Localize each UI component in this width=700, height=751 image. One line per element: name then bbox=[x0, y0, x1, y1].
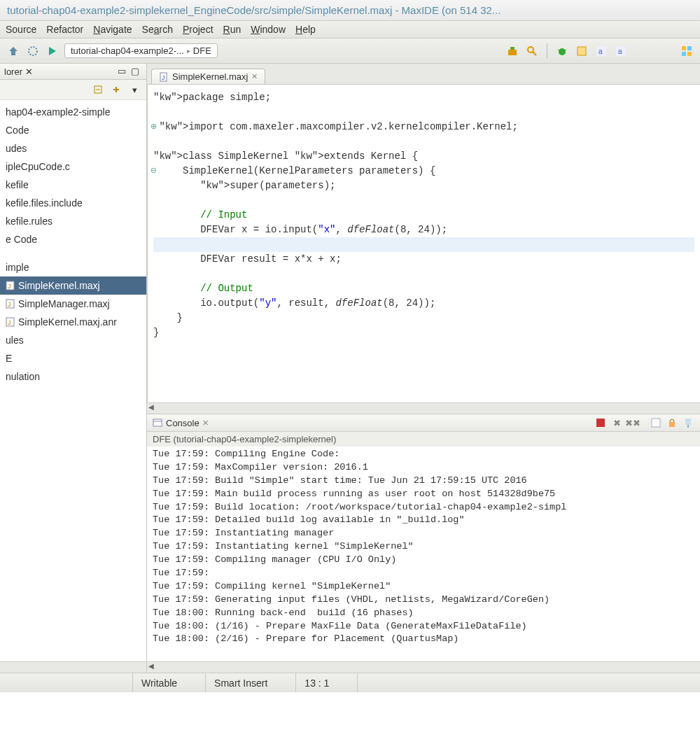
console-tab[interactable]: Console ✕ ✖ ✖✖ bbox=[147, 414, 700, 432]
chevron-icon: ▸ bbox=[187, 47, 190, 55]
tree-item[interactable]: hap04-example2-simple bbox=[0, 103, 146, 121]
run-icon[interactable] bbox=[45, 43, 60, 59]
svg-rect-32 bbox=[652, 419, 660, 427]
a-icon[interactable]: a bbox=[594, 43, 609, 59]
svg-rect-15 bbox=[682, 46, 686, 50]
breadcrumb[interactable]: tutorial-chap04-example2-... ▸ DFE bbox=[64, 43, 218, 58]
tree-item[interactable]: imple bbox=[0, 258, 146, 276]
menu-help[interactable]: Help bbox=[295, 24, 316, 35]
status-cursor-pos: 13 : 1 bbox=[296, 673, 358, 692]
tree-item[interactable]: udes bbox=[0, 139, 146, 157]
tree-item[interactable]: kefile.files.include bbox=[0, 194, 146, 212]
console-panel: Console ✕ ✖ ✖✖ DFE (tutorial-chap04-exam… bbox=[147, 414, 700, 673]
search-icon[interactable] bbox=[524, 43, 540, 59]
tree-item[interactable]: ules bbox=[0, 331, 146, 349]
code-editor[interactable]: "kw">package simple; ⊕"kw">import com.ma… bbox=[147, 85, 700, 402]
menu-project[interactable]: Project bbox=[183, 24, 214, 35]
svg-rect-10 bbox=[578, 47, 586, 55]
file-icon: J bbox=[159, 72, 169, 82]
file-tree[interactable]: hap04-example2-simpleCodeudesipleCpuCode… bbox=[0, 100, 146, 661]
svg-text:J: J bbox=[162, 74, 165, 81]
explorer-tab[interactable]: lorer ✕ ▭ ▢ bbox=[0, 64, 146, 80]
tree-item-selected[interactable]: JSimpleKernel.maxj bbox=[0, 276, 146, 295]
svg-point-7 bbox=[559, 48, 566, 55]
svg-rect-16 bbox=[687, 46, 692, 50]
editor-tab[interactable]: J SimpleKernel.maxj ✕ bbox=[151, 69, 265, 84]
menu-run[interactable]: Run bbox=[223, 24, 241, 35]
collapse-all-icon[interactable] bbox=[90, 82, 106, 97]
svg-rect-17 bbox=[682, 52, 686, 56]
svg-line-6 bbox=[533, 52, 536, 55]
launch-icon[interactable] bbox=[6, 43, 21, 59]
explorer-tab-label: lorer bbox=[4, 66, 22, 77]
editor-tabs: J SimpleKernel.maxj ✕ bbox=[147, 64, 700, 85]
toolbar: tutorial-chap04-example2-... ▸ DFE a a bbox=[0, 38, 700, 64]
scroll-lock-icon[interactable] bbox=[666, 416, 678, 429]
tree-item[interactable]: nulation bbox=[0, 367, 146, 386]
svg-point-1 bbox=[29, 47, 37, 55]
bug-icon[interactable] bbox=[554, 43, 570, 59]
breadcrumb-path1: tutorial-chap04-example2-... bbox=[71, 45, 184, 56]
remove-launch-icon[interactable]: ✖ bbox=[610, 416, 623, 429]
tree-item[interactable]: E bbox=[0, 349, 146, 367]
sidebar-scrollbar[interactable] bbox=[0, 661, 146, 673]
explorer-toolbar: ▾ bbox=[0, 80, 146, 100]
close-icon[interactable]: ✕ bbox=[251, 72, 258, 81]
tree-item[interactable]: ipleCpuCode.c bbox=[0, 157, 146, 176]
svg-point-5 bbox=[528, 47, 533, 52]
window-title: tutorial-chap04-example2-simplekernel_En… bbox=[0, 0, 700, 21]
b-icon[interactable]: a bbox=[613, 43, 629, 59]
svg-text:J: J bbox=[8, 319, 11, 326]
tree-item[interactable]: Code bbox=[0, 121, 146, 139]
menu-navigate[interactable]: Navigate bbox=[93, 24, 132, 35]
svg-text:J: J bbox=[8, 301, 11, 308]
svg-rect-3 bbox=[508, 50, 517, 55]
project-explorer: lorer ✕ ▭ ▢ ▾ hap04-example2-simpleCodeu… bbox=[0, 64, 147, 673]
tree-item[interactable]: JSimpleManager.maxj bbox=[0, 295, 146, 313]
svg-rect-33 bbox=[669, 422, 675, 427]
menu-window[interactable]: Window bbox=[251, 24, 286, 35]
editor-h-scrollbar[interactable] bbox=[147, 402, 700, 414]
tree-item[interactable]: kefile bbox=[0, 176, 146, 194]
main-area: lorer ✕ ▭ ▢ ▾ hap04-example2-simpleCodeu… bbox=[0, 64, 700, 673]
svg-text:J: J bbox=[8, 283, 11, 290]
tree-item[interactable] bbox=[0, 248, 146, 258]
console-icon bbox=[153, 418, 162, 428]
minimize-icon[interactable]: ▭ bbox=[118, 66, 129, 77]
link-editor-icon[interactable] bbox=[108, 82, 124, 97]
svg-marker-0 bbox=[9, 47, 18, 55]
build-icon[interactable] bbox=[25, 43, 41, 59]
svg-marker-2 bbox=[49, 47, 56, 55]
editor-tab-label: SimpleKernel.maxj bbox=[172, 71, 248, 82]
svg-rect-31 bbox=[596, 419, 605, 427]
annotate-icon[interactable] bbox=[574, 43, 589, 59]
tree-item[interactable]: kefile.rules bbox=[0, 212, 146, 230]
menu-bar: SourceRefactorNavigateSearchProjectRunWi… bbox=[0, 21, 700, 38]
tree-item[interactable]: JSimpleKernel.maxj.anr bbox=[0, 313, 146, 331]
perspective-icon[interactable] bbox=[679, 43, 694, 59]
svg-rect-4 bbox=[510, 47, 514, 50]
view-menu-icon[interactable]: ▾ bbox=[127, 82, 142, 97]
svg-text:a: a bbox=[618, 48, 622, 55]
terminate-icon[interactable] bbox=[594, 416, 607, 429]
tree-item[interactable]: e Code bbox=[0, 230, 146, 248]
editor-area: J SimpleKernel.maxj ✕ "kw">package simpl… bbox=[147, 64, 700, 673]
status-insert-mode: Smart Insert bbox=[206, 673, 296, 692]
menu-source[interactable]: Source bbox=[6, 24, 36, 35]
svg-text:a: a bbox=[598, 48, 603, 55]
svg-rect-29 bbox=[153, 419, 162, 426]
menu-refactor[interactable]: Refactor bbox=[46, 24, 83, 35]
menu-search[interactable]: Search bbox=[142, 24, 173, 35]
pin-console-icon[interactable] bbox=[682, 416, 694, 429]
remove-all-icon[interactable]: ✖✖ bbox=[626, 416, 639, 429]
svg-rect-34 bbox=[685, 419, 691, 425]
console-h-scrollbar[interactable] bbox=[147, 661, 700, 673]
status-bar: Writable Smart Insert 13 : 1 bbox=[0, 673, 700, 692]
clear-console-icon[interactable] bbox=[650, 416, 662, 429]
console-output[interactable]: Tue 17:59: Compiling Engine Code: Tue 17… bbox=[147, 447, 700, 661]
maximize-icon[interactable]: ▢ bbox=[131, 66, 142, 77]
status-writable: Writable bbox=[133, 673, 206, 692]
console-subtitle: DFE (tutorial-chap04-example2-simplekern… bbox=[147, 432, 700, 447]
open-task-icon[interactable] bbox=[505, 43, 520, 59]
breadcrumb-path2: DFE bbox=[193, 45, 211, 56]
